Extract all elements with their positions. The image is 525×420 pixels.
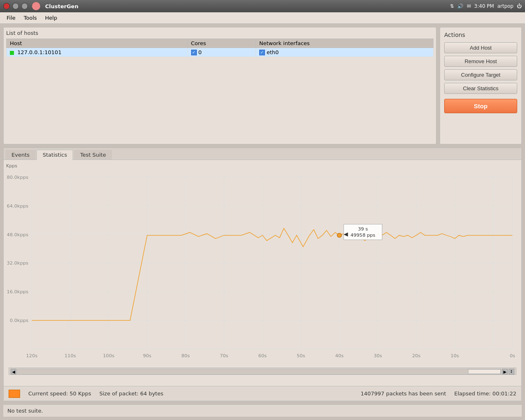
svg-text:60s: 60s xyxy=(258,354,267,359)
col-network: Network interfaces xyxy=(256,39,433,48)
packet-size-label: Size of packet: 64 bytes xyxy=(99,390,163,397)
actions-title: Actions xyxy=(444,32,517,38)
stop-button[interactable]: Stop xyxy=(444,99,517,113)
cores-cell: ✓ 0 xyxy=(187,48,256,57)
host-panel: List of hosts Host Cores Network interfa… xyxy=(3,27,436,144)
current-speed-label: Current speed: 50 Kpps xyxy=(28,390,91,397)
speed-color-indicator xyxy=(9,390,20,398)
menu-file[interactable]: File xyxy=(2,14,20,22)
svg-text:110s: 110s xyxy=(64,354,76,359)
status-bar: Current speed: 50 Kpps Size of packet: 6… xyxy=(4,386,521,401)
window-title: ClusterGen xyxy=(45,3,78,9)
table-row[interactable]: 127.0.0.1:10101 ✓ 0 ✓ eth0 xyxy=(7,48,434,57)
svg-text:20s: 20s xyxy=(412,354,421,359)
add-host-button[interactable]: Add Host xyxy=(444,42,517,53)
host-table: Host Cores Network interfaces 127.0.0.1:… xyxy=(6,39,434,57)
svg-text:80.0kpps: 80.0kpps xyxy=(7,175,28,180)
svg-text:64.0kpps: 64.0kpps xyxy=(7,203,28,209)
menubar: File Tools Help xyxy=(0,12,525,24)
chart-y-label: Kpps xyxy=(6,163,17,169)
network-cell: ✓ eth0 xyxy=(256,48,433,57)
svg-point-41 xyxy=(337,233,341,237)
scroll-thumb[interactable] xyxy=(468,369,501,374)
footer-text: No test suite. xyxy=(7,408,43,414)
configure-target-button[interactable]: Configure Target xyxy=(444,69,517,80)
packets-sent-label: 1407997 packets has been sent xyxy=(361,390,446,397)
network-checkbox: ✓ xyxy=(259,50,265,55)
close-button[interactable] xyxy=(3,3,10,9)
app-icon xyxy=(32,2,40,10)
host-cell: 127.0.0.1:10101 xyxy=(7,48,188,57)
svg-text:100s: 100s xyxy=(103,354,114,359)
svg-text:70s: 70s xyxy=(220,354,228,359)
menu-help[interactable]: Help xyxy=(41,14,62,22)
svg-text:30s: 30s xyxy=(374,354,382,359)
cores-checkbox: ✓ xyxy=(191,50,197,55)
footer: No test suite. xyxy=(3,404,522,417)
svg-text:40s: 40s xyxy=(335,354,344,359)
host-panel-title: List of hosts xyxy=(6,30,434,36)
col-cores: Cores xyxy=(187,39,256,48)
email-icon: ✉ xyxy=(467,3,471,9)
tab-statistics[interactable]: Statistics xyxy=(37,150,73,160)
remove-host-button[interactable]: Remove Host xyxy=(444,56,517,67)
menu-tools[interactable]: Tools xyxy=(20,14,41,22)
chart-scrollbar[interactable]: ◀ ▶ ↕ xyxy=(9,368,516,375)
actions-panel: Actions Add Host Remove Host Configure T… xyxy=(440,27,522,144)
titlebar: ClusterGen ⇅ 🔊 ✉ 3:40 PM artpop ⏻ xyxy=(0,0,525,12)
user-label: artpop xyxy=(497,3,514,9)
scroll-end[interactable]: ↕ xyxy=(509,369,514,374)
svg-text:50s: 50s xyxy=(297,354,305,359)
svg-text:80s: 80s xyxy=(181,354,190,359)
power-icon: ⏻ xyxy=(517,3,522,9)
clear-statistics-button[interactable]: Clear Statistics xyxy=(444,83,517,94)
titlebar-right: ⇅ 🔊 ✉ 3:40 PM artpop ⏻ xyxy=(450,3,522,9)
minimize-button[interactable] xyxy=(12,3,19,9)
network-icon: ⇅ xyxy=(450,3,454,9)
clock: 3:40 PM xyxy=(474,3,494,9)
main-content: List of hosts Host Cores Network interfa… xyxy=(0,24,525,420)
scroll-track xyxy=(17,369,501,374)
top-section: List of hosts Host Cores Network interfa… xyxy=(3,27,522,144)
svg-text:120s: 120s xyxy=(26,354,38,359)
svg-text:90s: 90s xyxy=(143,354,151,359)
maximize-button[interactable] xyxy=(21,3,28,9)
svg-text:49958 pps: 49958 pps xyxy=(350,233,375,238)
bottom-section: Events Statistics Test Suite Kpps xyxy=(3,148,522,401)
tab-test-suite[interactable]: Test Suite xyxy=(74,150,112,160)
volume-icon: 🔊 xyxy=(457,3,463,9)
col-host: Host xyxy=(7,39,188,48)
elapsed-label: Elapsed time: 00:01:22 xyxy=(454,390,516,397)
svg-text:0.0kpps: 0.0kpps xyxy=(10,318,29,324)
svg-text:10s: 10s xyxy=(450,354,459,359)
svg-text:48.0kpps: 48.0kpps xyxy=(7,232,28,237)
tab-bar: Events Statistics Test Suite xyxy=(4,148,521,160)
host-status-indicator xyxy=(10,51,14,55)
chart-svg: 80.0kpps 64.0kpps 48.0kpps 32.0kpps 16.0… xyxy=(6,169,519,365)
svg-text:0s: 0s xyxy=(510,354,515,359)
scroll-right[interactable]: ▶ xyxy=(502,369,508,374)
scroll-left[interactable]: ◀ xyxy=(11,369,16,374)
chart-container: Kpps xyxy=(4,160,521,386)
svg-text:32.0kpps: 32.0kpps xyxy=(7,261,28,266)
tab-events[interactable]: Events xyxy=(5,150,36,160)
svg-text:39 s: 39 s xyxy=(358,226,368,232)
svg-text:16.0kpps: 16.0kpps xyxy=(7,290,28,295)
